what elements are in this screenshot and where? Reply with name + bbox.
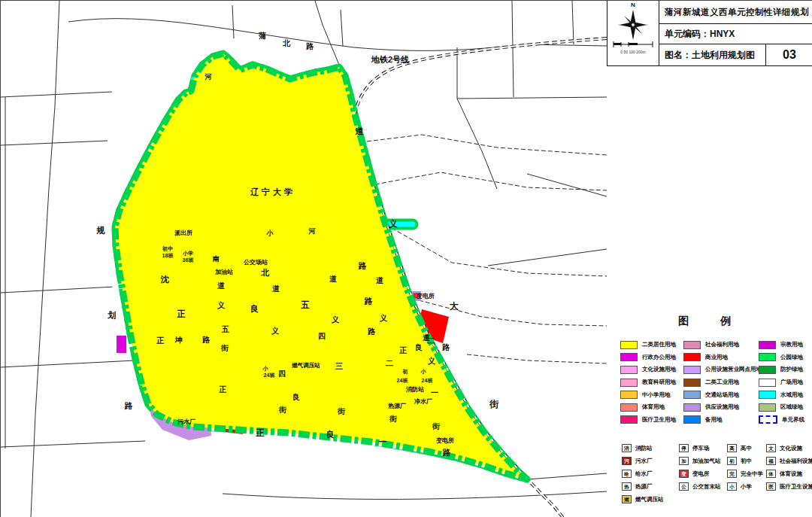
legend-swatch xyxy=(759,415,777,424)
map-label: 四 xyxy=(318,332,326,340)
legend-label: 宗教用地 xyxy=(780,341,803,348)
legend-facility-row: 高高中 xyxy=(727,442,763,455)
map-label: 正 xyxy=(399,346,408,354)
legend-label: 区域绿地 xyxy=(780,403,803,411)
legend-facility-label: 医疗卫生设施 xyxy=(780,483,812,491)
water-plant-label: 净水厂 xyxy=(414,398,432,405)
map-label: 蒲 xyxy=(258,32,266,40)
legend-row: 单元界线 xyxy=(759,414,804,427)
planning-map-sheet: 蒲北路地铁2号线河规划路沈北路道义五街道义四街道义三街道义二街道义一街正良五路正… xyxy=(0,0,812,517)
map-label: 五 xyxy=(221,325,229,333)
legend-facility-row: 小小学 xyxy=(727,480,763,493)
legend-facility-label: 高中 xyxy=(741,445,752,452)
legend-facility-row: 变变电所 xyxy=(679,467,721,480)
legend-facility-row: 文文化设施 xyxy=(766,442,812,455)
legend-facility-label: 小学 xyxy=(741,483,752,491)
scale-bar xyxy=(612,41,654,49)
legend-swatch xyxy=(683,415,701,424)
map-label: 沈 xyxy=(161,275,170,284)
map-label: 河 xyxy=(308,227,316,235)
legend-row: 水域用地 xyxy=(759,388,804,401)
legend-swatch xyxy=(683,379,701,387)
map-label: 北 xyxy=(261,268,270,277)
legend-row: 二类工业用地 xyxy=(683,376,762,389)
map-label: 义 xyxy=(271,327,280,335)
map-label: 路 xyxy=(442,343,450,351)
map-label: 初中 xyxy=(162,245,173,252)
legend-facility-col4: 文文化设施福社会福利设施体体育设施医医疗卫生设施 xyxy=(766,442,812,493)
map-label: 道 xyxy=(329,275,338,283)
map-label: 规 xyxy=(96,226,105,235)
map-label: 良 xyxy=(292,393,300,401)
legend-facility-label: 公交首末站 xyxy=(692,483,721,491)
legend-row: 教育科研用地 xyxy=(620,376,676,389)
legend-label: 教育科研用地 xyxy=(642,379,676,386)
map-label: 正 xyxy=(156,336,165,345)
legend-facility-row: 给给水厂 xyxy=(622,467,664,480)
map-label: 良 xyxy=(326,430,335,439)
legend-landuse-col2: 社会福利用地商业用地公用设施营业网点用地二类工业用地交通站场用地供应设施用地备用… xyxy=(683,339,762,426)
legend-label: 社会福利用地 xyxy=(705,341,739,348)
fire-station-label: 消防站 xyxy=(405,386,424,393)
project-title: 蒲河新城道义西单元控制性详细规划 xyxy=(659,1,812,24)
legend-title: 图 例 xyxy=(661,315,759,328)
map-label: 南 xyxy=(213,255,220,263)
legend-swatch xyxy=(683,353,701,361)
legend-swatch xyxy=(620,391,638,399)
legend-swatch xyxy=(759,379,776,387)
map-label: 义 xyxy=(389,219,398,229)
legend-facility-label: 消防站 xyxy=(635,445,653,452)
map-label: 划 xyxy=(108,311,117,320)
map-label: 路 xyxy=(368,327,376,336)
map-label: 良 xyxy=(415,343,423,351)
map-label: 二 xyxy=(386,359,393,367)
legend-row: 商业用地 xyxy=(683,351,762,364)
unit-code: 单元编码：HNYX xyxy=(659,24,812,44)
legend-facility-row: 公公交首末站 xyxy=(679,480,721,493)
map-label: 街 xyxy=(220,344,229,352)
legend-facility-col2: 停停车场加加油加气站变变电所公公交首末站 xyxy=(679,442,721,493)
legend-facility-label: 初中 xyxy=(741,458,752,465)
map-label: 初 xyxy=(402,368,408,375)
legend-swatch xyxy=(620,379,638,387)
legend-label: 公园绿地 xyxy=(780,354,803,361)
完全中学-icon: 完 xyxy=(727,470,737,478)
map-label: 24班 xyxy=(422,378,433,384)
legend-facility-col3: 高高中初初中完完全中学小小学 xyxy=(727,442,763,493)
legend-facility-row: 医医疗卫生设施 xyxy=(766,480,812,493)
legend-facility-label: 加油加气站 xyxy=(692,458,721,465)
map-label: 北 xyxy=(282,39,291,47)
legend-facility-row: 停停车场 xyxy=(679,442,721,455)
legend-landuse-col1: 二类居住用地行政办公用地文化设施用地教育科研用地中小学用地体育用地医疗卫生用地 xyxy=(620,339,676,426)
map-label: 道 xyxy=(217,281,226,290)
legend-swatch xyxy=(759,353,776,361)
legend-row: 社会福利用地 xyxy=(683,339,762,351)
legend-facility-row: 消消防站 xyxy=(622,442,664,455)
metro-line-label: 地铁2号线 xyxy=(371,55,409,64)
map-label: 街 xyxy=(389,415,398,423)
legend-label: 文化设施用地 xyxy=(642,366,676,373)
legend-facility-label: 完全中学 xyxy=(741,470,763,478)
land-use-map: 蒲北路地铁2号线河规划路沈北路道义五街道义四街道义三街道义二街道义一街正良五路正… xyxy=(1,1,607,517)
legend-label: 广场用地 xyxy=(780,379,803,386)
legend-facility-row: 加加油加气站 xyxy=(679,455,721,467)
legend-facility-label: 热源厂 xyxy=(635,483,653,491)
map-label: 小 xyxy=(266,230,274,237)
legend-facility-label: 污水厂 xyxy=(635,458,653,465)
legend-facility-row: 福社会福利设施 xyxy=(766,455,812,467)
legend-facility-row: 初初中 xyxy=(727,455,763,467)
legend-row: 区域绿地 xyxy=(759,401,804,414)
legend-row: 公用设施营业网点用地 xyxy=(683,363,762,376)
legend-swatch xyxy=(620,403,638,412)
污水厂-icon: 污 xyxy=(622,457,632,465)
map-label: 路 xyxy=(202,336,211,344)
map-label: 正 xyxy=(219,385,227,394)
初中-icon: 初 xyxy=(727,457,737,465)
legend-row: 体育用地 xyxy=(620,401,676,414)
legend-row: 二类居住用地 xyxy=(620,339,676,351)
医疗卫生设施-icon: 医 xyxy=(766,482,776,491)
map-label: 18班 xyxy=(162,253,174,259)
map-label: 正 xyxy=(256,428,265,437)
map-label: 四 xyxy=(278,370,286,378)
legend-swatch xyxy=(683,403,701,412)
